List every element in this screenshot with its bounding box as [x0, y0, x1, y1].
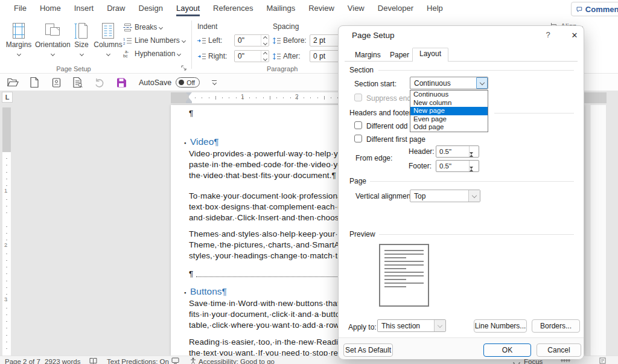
ruler-number: 1: [4, 188, 7, 194]
line-numbers-button[interactable]: 12 Line Numbers: [123, 36, 185, 45]
body-line: text·box·designs·that·complement·each·ot…: [189, 202, 349, 211]
dialog-tab-layout[interactable]: Layout: [412, 48, 448, 62]
set-as-default-button[interactable]: Set As Default: [343, 343, 393, 357]
header-spinner[interactable]: 0.5": [436, 145, 479, 158]
different-first-page-checkbox[interactable]: [354, 135, 362, 142]
section-start-listbox: Continuous New column New page Even page…: [410, 90, 488, 132]
indent-left-field[interactable]: 0": [234, 34, 269, 46]
word-count[interactable]: 2923 words: [45, 358, 80, 364]
different-first-page-label: Different first page: [366, 135, 425, 144]
borders-button[interactable]: Borders...: [532, 319, 580, 333]
breaks-button[interactable]: Breaks: [123, 23, 162, 31]
header-label: Header:: [409, 147, 435, 156]
tab-mailings[interactable]: Mailings: [260, 0, 302, 18]
print-preview-icon: [73, 77, 83, 88]
section-start-label: Section start:: [354, 80, 397, 88]
display-settings-icon[interactable]: [171, 357, 179, 364]
ruler-top-margin: [2, 107, 11, 152]
new-document-icon: [30, 77, 39, 88]
chevron-down-icon: [50, 52, 54, 56]
footer-spinner[interactable]: 0.5": [436, 160, 479, 172]
proofing-icon[interactable]: [89, 357, 97, 364]
left-indent-marker[interactable]: [186, 101, 192, 103]
indent-right-spinner[interactable]: [261, 51, 269, 62]
apply-to-dropdown[interactable]: This section: [377, 319, 446, 332]
text-predictions[interactable]: Text Predictions: On: [107, 358, 169, 364]
accessibility-icon[interactable]: [190, 357, 196, 364]
tab-home[interactable]: Home: [33, 0, 68, 18]
tab-review[interactable]: Review: [302, 0, 341, 18]
vertical-ruler[interactable]: 1 2 3: [2, 107, 11, 356]
vertical-alignment-label: Vertical alignment:: [355, 192, 415, 200]
size-icon: [74, 22, 89, 39]
tab-references[interactable]: References: [206, 0, 260, 18]
ruler-number: 2: [4, 242, 7, 248]
dialog-help-button[interactable]: ?: [543, 30, 553, 41]
folder-open-icon: [7, 78, 19, 87]
dropdown-button[interactable]: [468, 190, 480, 202]
svg-text:1: 1: [123, 37, 126, 41]
vertical-alignment-dropdown[interactable]: Top: [410, 190, 480, 202]
margins-button[interactable]: Margins: [4, 21, 34, 70]
autosave-toggle[interactable]: Off: [176, 77, 200, 88]
columns-button[interactable]: Columns: [93, 21, 123, 70]
tab-draw[interactable]: Draw: [100, 0, 132, 18]
save-button[interactable]: [115, 76, 128, 89]
tab-stop-selector[interactable]: L: [2, 92, 13, 103]
footer-label: Footer:: [409, 162, 432, 170]
option-odd-page[interactable]: Odd page: [410, 123, 488, 132]
section-start-dropdown[interactable]: Continuous: [410, 77, 488, 89]
comments-button[interactable]: Comments: [571, 2, 618, 16]
customize-qat-button[interactable]: [212, 80, 217, 85]
tab-file[interactable]: File: [7, 0, 33, 18]
line-numbers-icon: 12: [123, 37, 132, 45]
accessibility-status[interactable]: Accessibility: Good to go: [199, 358, 275, 364]
indent-left-spinner[interactable]: [261, 35, 269, 46]
print-layout-view-icon[interactable]: [599, 357, 606, 364]
tab-divider: [345, 61, 578, 62]
option-new-page[interactable]: New page: [410, 107, 488, 115]
ruler-number: 3: [4, 296, 7, 302]
tab-developer[interactable]: Developer: [371, 0, 420, 18]
dialog-tab-margins[interactable]: Margins: [348, 49, 387, 61]
suppress-endnotes-checkbox[interactable]: [354, 94, 362, 101]
size-button[interactable]: Size: [70, 21, 93, 70]
first-line-indent-marker[interactable]: [186, 92, 192, 96]
different-odd-even-checkbox[interactable]: [354, 121, 362, 129]
print-preview-button[interactable]: [71, 76, 84, 89]
spacing-title: Spacing: [273, 22, 299, 31]
from-edge-label: From edge:: [355, 154, 392, 162]
orientation-button[interactable]: Orientation: [35, 21, 70, 70]
vertical-scrollbar[interactable]: [590, 105, 606, 356]
hyphenation-icon: a-bc: [123, 49, 132, 58]
tab-view[interactable]: View: [341, 0, 371, 18]
option-even-page[interactable]: Even page: [410, 115, 488, 124]
undo-button[interactable]: [93, 76, 106, 89]
dialog-close-button[interactable]: ✕: [568, 29, 581, 42]
page-setup-dialog-launcher[interactable]: [181, 65, 187, 71]
address-book-button[interactable]: [49, 76, 63, 89]
tab-layout[interactable]: Layout: [170, 0, 206, 18]
cancel-button[interactable]: Cancel: [537, 343, 581, 357]
new-document-button[interactable]: [28, 76, 41, 89]
line-numbers-button[interactable]: Line Numbers...: [474, 319, 527, 333]
spacing-after-label-row: After:: [273, 52, 301, 60]
dropdown-button[interactable]: [476, 77, 488, 89]
open-button[interactable]: [6, 76, 19, 89]
autosave-state: Off: [186, 79, 195, 86]
tab-help[interactable]: Help: [420, 0, 450, 18]
headers-footers-group-rule: [494, 113, 574, 113]
dialog-tab-paper[interactable]: Paper: [383, 49, 416, 61]
body-line: paste·in·the·embed·code·for·the·video·yo…: [189, 160, 346, 169]
indent-right-field[interactable]: 0": [234, 50, 269, 62]
page-indicator[interactable]: Page 2 of 7: [5, 358, 40, 364]
tab-design[interactable]: Design: [132, 0, 170, 18]
option-continuous[interactable]: Continuous: [410, 91, 488, 99]
hyphenation-button[interactable]: a-bc Hyphenation: [123, 49, 180, 58]
ok-button[interactable]: OK: [483, 343, 531, 357]
spin-down[interactable]: [470, 169, 479, 177]
option-new-column[interactable]: New column: [410, 99, 488, 107]
dropdown-button[interactable]: [434, 320, 445, 331]
chevron-down-icon: [479, 80, 484, 85]
tab-insert[interactable]: Insert: [68, 0, 101, 18]
